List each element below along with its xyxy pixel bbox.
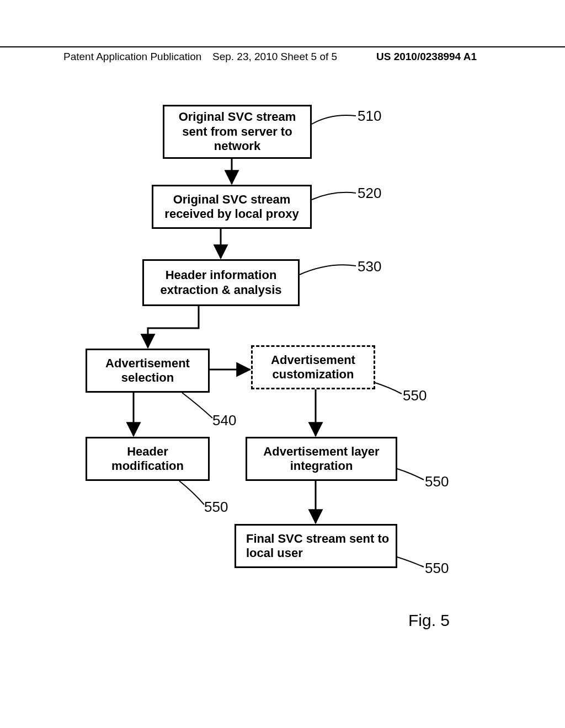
ref-530: 530 bbox=[358, 258, 381, 275]
ref-550-final: 550 bbox=[425, 560, 449, 577]
node-original-svc-proxy: Original SVC stream received by local pr… bbox=[152, 185, 312, 229]
header-mid: Sep. 23, 2010 Sheet 5 of 5 bbox=[212, 51, 337, 63]
ref-550-customization: 550 bbox=[403, 387, 427, 404]
node-original-svc-server: Original SVC stream sent from server to … bbox=[163, 105, 312, 159]
node-final-svc-stream: Final SVC stream sent to local user bbox=[234, 524, 397, 568]
ref-520: 520 bbox=[358, 185, 381, 202]
leader-550-final bbox=[397, 557, 424, 567]
figure-caption: Fig. 5 bbox=[408, 611, 450, 630]
leader-520 bbox=[312, 192, 356, 200]
header-right: US 2010/0238994 A1 bbox=[376, 51, 477, 63]
leader-510 bbox=[312, 115, 356, 124]
ref-550-integration: 550 bbox=[425, 473, 449, 490]
leader-540 bbox=[182, 393, 212, 418]
leader-530 bbox=[300, 265, 356, 275]
arrow-530-540a bbox=[148, 306, 199, 347]
node-header-modification: Header modification bbox=[86, 437, 210, 481]
leader-550-int bbox=[397, 469, 424, 480]
node-ad-customization: Advertisement customization bbox=[251, 345, 375, 389]
leader-550-cust bbox=[375, 383, 402, 394]
ref-510: 510 bbox=[358, 108, 381, 125]
ref-550-header-mod: 550 bbox=[204, 499, 228, 516]
node-ad-selection: Advertisement selection bbox=[86, 349, 210, 393]
ref-540: 540 bbox=[212, 412, 236, 429]
leader-550-hdr bbox=[179, 481, 204, 505]
header-left: Patent Application Publication bbox=[63, 51, 201, 63]
header-rule bbox=[0, 46, 565, 47]
node-ad-layer-integration: Advertisement layer integration bbox=[246, 437, 397, 481]
node-header-extraction: Header information extraction & analysis bbox=[142, 259, 300, 306]
